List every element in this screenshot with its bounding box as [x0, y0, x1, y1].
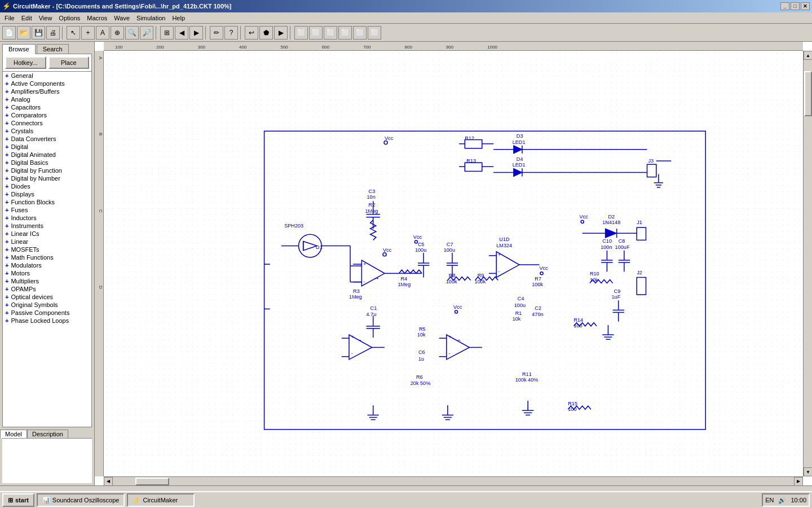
component-item[interactable]: +Connectors [3, 119, 91, 127]
component-item[interactable]: +Digital [3, 143, 91, 151]
component-item[interactable]: +Optical devices [3, 293, 91, 301]
component-item[interactable]: +Digital Basics [3, 159, 91, 167]
scroll-thumb-vertical[interactable] [804, 71, 812, 116]
sim6-button[interactable]: ⬜ [368, 26, 381, 40]
model-tab[interactable]: Model [0, 430, 27, 438]
component-item[interactable]: +Inductors [3, 214, 91, 222]
component-button[interactable]: ⊕ [111, 26, 124, 40]
component-item[interactable]: +Linear ICs [3, 230, 91, 238]
menu-wave[interactable]: Wave [111, 14, 133, 23]
scroll-left-button[interactable]: ◀ [104, 477, 113, 486]
zoom-out-button[interactable]: 🔎 [140, 26, 153, 40]
text-button[interactable]: A [96, 26, 109, 40]
place-button[interactable]: Place [48, 56, 90, 69]
sim5-button[interactable]: ⬜ [353, 26, 367, 40]
svg-text:R1: R1 [515, 310, 522, 316]
canvas-area[interactable]: 100 200 300 400 500 600 700 800 900 1000… [95, 42, 812, 485]
component-item[interactable]: +Fuses [3, 206, 91, 214]
sep5 [290, 26, 292, 40]
component-item[interactable]: +Math Functions [3, 253, 91, 261]
tab-browse[interactable]: Browse [2, 44, 36, 54]
run-button[interactable]: ▶ [274, 26, 288, 40]
component-item[interactable]: +Function Blocks [3, 198, 91, 206]
svg-text:1Meg: 1Meg [365, 208, 378, 214]
svg-text:C6: C6 [418, 349, 425, 355]
component-item[interactable]: +Amplifiers/Buffers [3, 87, 91, 95]
horizontal-scrollbar[interactable]: ◀ ▶ [104, 476, 803, 485]
question-button[interactable]: ? [224, 26, 238, 40]
component-item[interactable]: +Linear [3, 238, 91, 246]
component-item[interactable]: +Capacitors [3, 103, 91, 111]
scroll-thumb-horizontal[interactable] [135, 478, 169, 485]
scroll-track-vertical[interactable] [804, 60, 812, 467]
next-button[interactable]: ▶ [189, 26, 203, 40]
vertical-scrollbar[interactable]: ▲ ▼ [803, 51, 812, 476]
menu-options[interactable]: Options [55, 14, 83, 23]
sim3-button[interactable]: ⬜ [324, 26, 337, 40]
component-item[interactable]: +Phase Locked Loops [3, 317, 91, 325]
component-item[interactable]: +Active Components [3, 80, 91, 87]
scroll-up-button[interactable]: ▲ [804, 51, 812, 60]
component-item[interactable]: +Digital by Number [3, 174, 91, 182]
close-button[interactable]: ✕ [801, 2, 810, 10]
component-item[interactable]: +Crystals [3, 127, 91, 135]
component-item[interactable]: +Motors [3, 269, 91, 277]
component-item[interactable]: +Instruments [3, 222, 91, 230]
start-button[interactable]: ⊞ start [2, 493, 34, 507]
sim2-button[interactable]: ⬜ [309, 26, 323, 40]
menu-simulation[interactable]: Simulation [133, 14, 169, 23]
svg-rect-138 [637, 227, 646, 240]
taskbar-circuitmaker[interactable]: ⚡ CircuitMaker [127, 493, 195, 507]
maximize-button[interactable]: □ [791, 2, 800, 10]
scroll-right-button[interactable]: ▶ [794, 477, 803, 486]
hotkey-button[interactable]: Hotkey... [5, 56, 46, 69]
description-tab[interactable]: Description [27, 430, 68, 438]
eraser-button[interactable]: ✏ [210, 26, 223, 40]
component-item[interactable]: +OPAMPs [3, 285, 91, 293]
titlebar-title: CircuitMaker - [C:\Documents and Setting… [13, 3, 232, 10]
sim1-button[interactable]: ⬜ [294, 26, 308, 40]
menu-view[interactable]: View [36, 14, 56, 23]
menu-edit[interactable]: Edit [18, 14, 36, 23]
open-button[interactable]: 📂 [17, 26, 30, 40]
node-button[interactable]: ⬟ [259, 26, 273, 40]
component-item[interactable]: +Modulators [3, 261, 91, 269]
save-button[interactable]: 💾 [32, 26, 45, 40]
svg-text:-: - [363, 279, 365, 284]
menu-macros[interactable]: Macros [83, 14, 111, 23]
component-item[interactable]: +MOSFETs [3, 246, 91, 253]
menu-help[interactable]: Help [169, 14, 188, 23]
ruler-label-7: 700 [363, 45, 370, 50]
minimize-button[interactable]: _ [780, 2, 789, 10]
component-item[interactable]: +Multipliers [3, 277, 91, 285]
sim4-button[interactable]: ⬜ [338, 26, 352, 40]
tab-search[interactable]: Search [37, 44, 69, 54]
select-button[interactable]: ↖ [67, 26, 80, 40]
component-item[interactable]: +Original Symbols [3, 301, 91, 309]
scroll-track-horizontal[interactable] [113, 478, 794, 485]
svg-text:10k: 10k [417, 332, 426, 338]
new-button[interactable]: 📄 [2, 26, 16, 40]
print-button[interactable]: 🖨 [46, 26, 60, 40]
fit-button[interactable]: ⊞ [160, 26, 174, 40]
zoom-in-button[interactable]: 🔍 [125, 26, 139, 40]
component-item[interactable]: +Analog [3, 95, 91, 103]
undo-button[interactable]: ↩ [245, 26, 258, 40]
ruler-top: 100 200 300 400 500 600 700 800 900 1000 [104, 42, 803, 51]
component-item[interactable]: +Data Converters [3, 135, 91, 143]
menu-file[interactable]: File [1, 14, 18, 23]
component-item[interactable]: +Digital Animated [3, 151, 91, 159]
component-list[interactable]: +General+Active Components+Amplifiers/Bu… [3, 72, 91, 427]
component-item[interactable]: +Diodes [3, 182, 91, 190]
component-item[interactable]: +Digital by Function [3, 167, 91, 174]
svg-text:1Meg: 1Meg [398, 282, 411, 287]
component-item[interactable]: +Comparators [3, 111, 91, 119]
scroll-down-button[interactable]: ▼ [804, 467, 812, 476]
wire-button[interactable]: + [81, 26, 95, 40]
component-item[interactable]: +General [3, 72, 91, 80]
component-item[interactable]: +Passive Components [3, 309, 91, 317]
prev-button[interactable]: ◀ [175, 26, 188, 40]
taskbar-oscilloscope[interactable]: 📊 Soundcard Oszilloscope [37, 493, 125, 507]
component-item[interactable]: +Displays [3, 190, 91, 198]
svg-text:D3: D3 [517, 133, 523, 139]
